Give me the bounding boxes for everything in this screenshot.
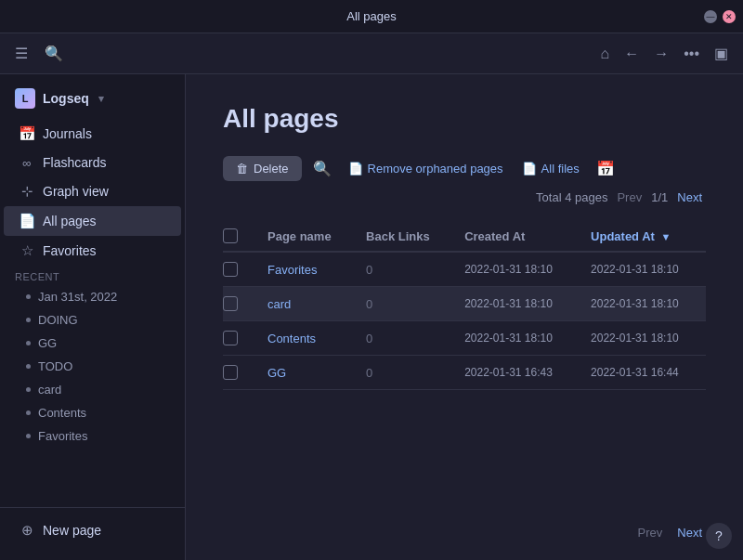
sidebar-logseq[interactable]: L Logseq ▾	[0, 82, 185, 115]
dot	[26, 387, 31, 392]
row-checkbox-cell	[223, 287, 256, 321]
recent-item-label: Contents	[38, 406, 86, 420]
pages-table-container: Page name Back Links Created At Updated …	[223, 221, 706, 513]
new-page-label: New page	[43, 523, 101, 538]
dot	[26, 364, 31, 369]
header-updated-at[interactable]: Updated At ▼	[580, 221, 706, 252]
menu-icon: ☰	[15, 45, 28, 62]
prev-button-top[interactable]: Prev	[613, 189, 645, 206]
favorites-icon: ☆	[19, 242, 35, 259]
logseq-avatar: L	[15, 88, 35, 109]
sidebar-app-name: Logseq	[43, 91, 89, 106]
page-name-link[interactable]: Contents	[267, 332, 316, 345]
next-button-bottom[interactable]: Next	[673, 524, 706, 541]
row-checkbox-cell	[223, 356, 256, 390]
remove-orphaned-label: Remove orphaned pages	[368, 162, 503, 176]
row-created-at: 2022-01-31 18:10	[453, 287, 580, 321]
sidebar: L Logseq ▾ 📅 Journals ∞ Flashcards ⊹ Gra…	[0, 74, 186, 560]
table-row[interactable]: GG 0 2022-01-31 16:43 2022-01-31 16:44	[223, 356, 706, 390]
home-button[interactable]: ⌂	[597, 42, 614, 66]
sidebar-item-journals[interactable]: 📅 Journals	[4, 119, 181, 149]
help-button[interactable]: ?	[706, 523, 732, 549]
sidebar-item-label: All pages	[43, 214, 97, 228]
table-search-button[interactable]: 🔍	[309, 156, 335, 181]
pagination-current: 1/1	[651, 190, 668, 204]
pages-icon: 📄	[19, 213, 35, 229]
sidebar-item-flashcards[interactable]: ∞ Flashcards	[4, 149, 181, 176]
back-icon: ←	[624, 46, 639, 62]
close-button[interactable]: ✕	[723, 10, 736, 23]
dot	[26, 318, 31, 322]
sidebar-item-label: Graph view	[43, 184, 109, 199]
table-row[interactable]: Contents 0 2022-01-31 18:10 2022-01-31 1…	[223, 321, 706, 356]
minimize-button[interactable]: —	[704, 10, 717, 23]
table-row[interactable]: Favorites 0 2022-01-31 18:10 2022-01-31 …	[223, 252, 706, 287]
back-button[interactable]: ←	[620, 42, 643, 66]
recent-section-label: Recent	[0, 266, 185, 285]
row-checkbox[interactable]	[223, 296, 238, 311]
new-page-icon: ⊕	[19, 522, 35, 539]
dot	[26, 434, 31, 438]
menu-button[interactable]: ☰	[11, 41, 32, 66]
sidebar-chevron: ▾	[98, 93, 104, 105]
delete-button[interactable]: 🗑 Delete	[223, 156, 302, 181]
row-updated-at: 2022-01-31 18:10	[580, 252, 706, 287]
prev-button-bottom[interactable]: Prev	[634, 524, 667, 541]
recent-items-list: Jan 31st, 2022DOINGGGTODOcardContentsFav…	[0, 285, 185, 448]
row-checkbox[interactable]	[223, 331, 238, 345]
window-title: All pages	[346, 9, 396, 23]
main-content: All pages 🗑 Delete 🔍 📄 Remove orphaned p…	[186, 74, 743, 560]
sidebar-recent-item[interactable]: GG	[0, 332, 185, 355]
sidebar-item-favorites[interactable]: ☆ Favorites	[4, 236, 181, 266]
row-checkbox[interactable]	[223, 365, 238, 380]
row-backlinks: 0	[355, 321, 453, 356]
sidebar-recent-item[interactable]: Favorites	[0, 424, 185, 448]
next-button-top[interactable]: Next	[673, 189, 706, 206]
sidebar-recent-item[interactable]: card	[0, 378, 185, 401]
total-pages: Total 4 pages Prev 1/1 Next	[536, 189, 706, 206]
sidebar-item-label: Favorites	[43, 243, 97, 258]
header-checkbox-col	[223, 221, 256, 252]
sidebar-toggle-button[interactable]: ▣	[710, 41, 732, 66]
row-backlinks: 0	[355, 356, 453, 390]
row-created-at: 2022-01-31 18:10	[453, 252, 580, 287]
row-checkbox[interactable]	[223, 262, 238, 277]
forward-button[interactable]: →	[650, 42, 672, 66]
graph-icon: ⊹	[19, 183, 35, 200]
sidebar-item-all-pages[interactable]: 📄 All pages	[4, 206, 181, 236]
recent-item-label: TODO	[38, 359, 72, 373]
new-page-item[interactable]: ⊕ New page	[4, 515, 181, 545]
all-files-button[interactable]: 📄 All files	[516, 158, 585, 179]
row-updated-at: 2022-01-31 18:10	[580, 321, 706, 356]
sidebar-recent-item[interactable]: DOING	[0, 308, 185, 332]
page-name-link[interactable]: Favorites	[267, 263, 317, 277]
delete-icon: 🗑	[236, 162, 248, 176]
row-updated-at: 2022-01-31 18:10	[580, 287, 706, 321]
row-checkbox-cell	[223, 252, 256, 287]
page-name-link[interactable]: card	[267, 297, 291, 311]
action-bar: 🗑 Delete 🔍 📄 Remove orphaned pages 📄 All…	[223, 156, 706, 206]
page-name-link[interactable]: GG	[267, 366, 286, 380]
row-backlinks: 0	[355, 287, 453, 321]
pagination-bottom: Prev Next	[223, 513, 706, 541]
sidebar-recent-item[interactable]: TODO	[0, 355, 185, 378]
sidebar-recent-item[interactable]: Contents	[0, 401, 185, 424]
recent-item-label: DOING	[38, 313, 78, 327]
flashcards-icon: ∞	[19, 156, 35, 170]
calendar-button[interactable]: 📅	[593, 156, 619, 181]
table-row[interactable]: card 0 2022-01-31 18:10 2022-01-31 18:10	[223, 287, 706, 321]
dot	[26, 410, 31, 415]
more-button[interactable]: •••	[680, 42, 703, 66]
more-icon: •••	[684, 46, 699, 62]
calendar-icon: 📅	[596, 160, 615, 177]
header-backlinks: Back Links	[355, 221, 453, 252]
table-search-icon: 🔍	[313, 160, 332, 177]
search-button[interactable]: 🔍	[41, 41, 67, 66]
remove-orphaned-button[interactable]: 📄 Remove orphaned pages	[343, 158, 509, 179]
sidebar-recent-item[interactable]: Jan 31st, 2022	[0, 285, 185, 308]
table-header-row: Page name Back Links Created At Updated …	[223, 221, 706, 252]
row-backlinks: 0	[355, 252, 453, 287]
header-checkbox[interactable]	[223, 228, 238, 243]
sidebar-item-graph-view[interactable]: ⊹ Graph view	[4, 176, 181, 206]
row-updated-at: 2022-01-31 16:44	[580, 356, 706, 390]
